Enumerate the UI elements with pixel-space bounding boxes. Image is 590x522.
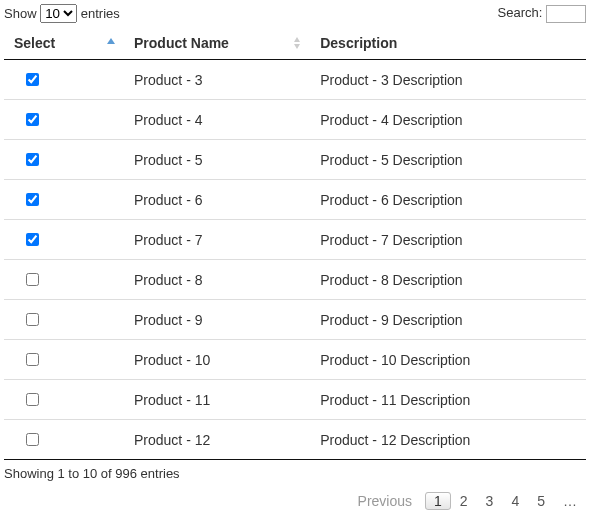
- cell-product-description: Product - 5 Description: [310, 140, 586, 180]
- cell-product-description: Product - 11 Description: [310, 380, 586, 420]
- column-header-select-label: Select: [14, 35, 55, 51]
- sort-asc-icon: [106, 36, 116, 50]
- row-select-checkbox[interactable]: [26, 393, 39, 406]
- pagination-page[interactable]: 3: [477, 492, 503, 510]
- table-row: Product - 8Product - 8 Description: [4, 260, 586, 300]
- cell-product-description: Product - 10 Description: [310, 340, 586, 380]
- cell-product-name: Product - 12: [124, 420, 310, 460]
- sort-both-icon: [292, 36, 302, 50]
- cell-product-name: Product - 4: [124, 100, 310, 140]
- cell-product-description: Product - 9 Description: [310, 300, 586, 340]
- row-select-checkbox[interactable]: [26, 73, 39, 86]
- column-header-name[interactable]: Product Name: [124, 27, 310, 60]
- pagination-page[interactable]: 4: [502, 492, 528, 510]
- pagination-ellipsis: …: [554, 492, 586, 510]
- row-select-checkbox[interactable]: [26, 193, 39, 206]
- search-control: Search:: [498, 5, 586, 23]
- cell-product-description: Product - 3 Description: [310, 60, 586, 100]
- cell-product-name: Product - 9: [124, 300, 310, 340]
- row-select-checkbox[interactable]: [26, 153, 39, 166]
- column-header-description[interactable]: Description: [310, 27, 586, 60]
- entries-select[interactable]: 10: [40, 4, 77, 23]
- pagination-page[interactable]: 2: [451, 492, 477, 510]
- cell-product-name: Product - 5: [124, 140, 310, 180]
- row-select-checkbox[interactable]: [26, 433, 39, 446]
- search-label: Search:: [498, 5, 543, 20]
- table-row: Product - 3Product - 3 Description: [4, 60, 586, 100]
- pagination: Previous 12345…: [4, 487, 586, 522]
- table-row: Product - 10Product - 10 Description: [4, 340, 586, 380]
- row-select-checkbox[interactable]: [26, 113, 39, 126]
- cell-product-name: Product - 6: [124, 180, 310, 220]
- cell-product-description: Product - 8 Description: [310, 260, 586, 300]
- column-header-description-label: Description: [320, 35, 397, 51]
- entries-suffix: entries: [81, 6, 120, 21]
- cell-product-name: Product - 11: [124, 380, 310, 420]
- cell-product-name: Product - 3: [124, 60, 310, 100]
- svg-marker-2: [294, 44, 300, 49]
- cell-product-description: Product - 7 Description: [310, 220, 586, 260]
- search-input[interactable]: [546, 5, 586, 23]
- table-info: Showing 1 to 10 of 996 entries: [4, 460, 586, 487]
- cell-product-name: Product - 7: [124, 220, 310, 260]
- table-row: Product - 12Product - 12 Description: [4, 420, 586, 460]
- cell-product-description: Product - 6 Description: [310, 180, 586, 220]
- svg-marker-0: [107, 38, 115, 44]
- cell-product-name: Product - 10: [124, 340, 310, 380]
- row-select-checkbox[interactable]: [26, 233, 39, 246]
- column-header-select[interactable]: Select: [4, 27, 124, 60]
- row-select-checkbox[interactable]: [26, 313, 39, 326]
- cell-product-description: Product - 4 Description: [310, 100, 586, 140]
- row-select-checkbox[interactable]: [26, 273, 39, 286]
- table-row: Product - 6Product - 6 Description: [4, 180, 586, 220]
- cell-product-description: Product - 12 Description: [310, 420, 586, 460]
- entries-prefix: Show: [4, 6, 37, 21]
- table-row: Product - 4Product - 4 Description: [4, 100, 586, 140]
- svg-marker-1: [294, 37, 300, 42]
- products-table: Select Product Name Description Product …: [4, 27, 586, 459]
- row-select-checkbox[interactable]: [26, 353, 39, 366]
- cell-product-name: Product - 8: [124, 260, 310, 300]
- pagination-previous[interactable]: Previous: [349, 487, 421, 515]
- table-row: Product - 11Product - 11 Description: [4, 380, 586, 420]
- table-row: Product - 9Product - 9 Description: [4, 300, 586, 340]
- table-row: Product - 5Product - 5 Description: [4, 140, 586, 180]
- entries-length-control: Show 10 entries: [4, 4, 120, 23]
- pagination-page[interactable]: 5: [528, 492, 554, 510]
- pagination-page[interactable]: 1: [425, 492, 451, 510]
- table-row: Product - 7Product - 7 Description: [4, 220, 586, 260]
- column-header-name-label: Product Name: [134, 35, 229, 51]
